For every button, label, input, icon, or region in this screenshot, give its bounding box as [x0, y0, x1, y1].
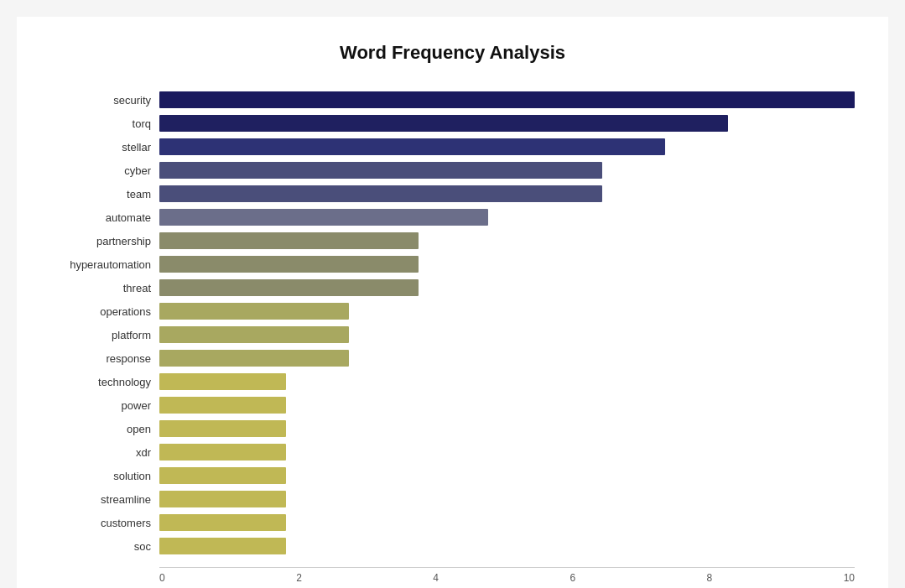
- bar-track: [159, 326, 855, 343]
- bar-label: solution: [50, 470, 159, 482]
- bar-track: [159, 491, 855, 507]
- bar-fill: [159, 256, 419, 273]
- bar-track: [159, 232, 855, 249]
- bar-row: solution: [50, 465, 855, 487]
- bar-row: automate: [50, 206, 855, 228]
- bar-row: stellar: [50, 136, 855, 158]
- bar-track: [159, 185, 855, 202]
- chart-title: Word Frequency Analysis: [50, 42, 855, 64]
- bar-fill: [159, 138, 665, 155]
- x-axis-ticks: 0246810: [159, 568, 855, 584]
- bar-fill: [159, 232, 419, 249]
- bar-label: stellar: [50, 141, 159, 154]
- x-tick: 8: [707, 572, 713, 584]
- bar-fill: [159, 467, 286, 484]
- bar-row: team: [50, 183, 855, 205]
- bar-label: threat: [50, 282, 159, 294]
- bar-fill: [159, 303, 349, 320]
- bar-row: power: [50, 394, 855, 416]
- bar-row: platform: [50, 324, 855, 346]
- x-tick: 6: [570, 572, 575, 584]
- bar-label: operations: [50, 305, 159, 318]
- bar-fill: [159, 538, 286, 554]
- bar-track: [159, 373, 855, 390]
- bar-label: xdr: [50, 446, 159, 459]
- bar-fill: [159, 279, 419, 296]
- bar-track: [159, 350, 855, 367]
- bar-track: [159, 444, 855, 461]
- bar-fill: [159, 420, 286, 437]
- bar-track: [159, 538, 855, 554]
- bar-row: customers: [50, 512, 855, 533]
- bar-fill: [159, 444, 286, 461]
- bar-track: [159, 303, 855, 320]
- x-tick: 2: [296, 572, 302, 584]
- bar-fill: [159, 115, 728, 132]
- x-axis-area: 0246810 Frequency: [159, 567, 855, 588]
- bar-row: response: [50, 347, 855, 369]
- bar-row: security: [50, 89, 855, 111]
- bar-fill: [159, 397, 286, 414]
- bar-row: technology: [50, 371, 855, 393]
- bar-fill: [159, 491, 286, 507]
- bar-track: [159, 162, 855, 179]
- bar-track: [159, 91, 855, 108]
- bar-track: [159, 115, 855, 132]
- bar-label: platform: [50, 329, 159, 341]
- bar-label: hyperautomation: [50, 258, 159, 271]
- bar-label: cyber: [50, 164, 159, 177]
- bar-row: torq: [50, 112, 855, 134]
- bar-row: xdr: [50, 441, 855, 463]
- bar-row: partnership: [50, 230, 855, 252]
- bar-fill: [159, 91, 855, 108]
- bar-label: technology: [50, 376, 159, 388]
- bar-track: [159, 279, 855, 296]
- bar-label: security: [50, 94, 159, 107]
- bar-track: [159, 256, 855, 273]
- x-tick: 10: [844, 572, 855, 584]
- bar-label: streamline: [50, 493, 159, 506]
- bar-fill: [159, 373, 286, 390]
- bar-row: operations: [50, 300, 855, 322]
- bar-row: soc: [50, 535, 855, 557]
- bar-row: cyber: [50, 159, 855, 181]
- bar-row: hyperautomation: [50, 253, 855, 275]
- bar-track: [159, 209, 855, 226]
- bar-label: partnership: [50, 235, 159, 247]
- bar-fill: [159, 209, 488, 226]
- bar-row: open: [50, 418, 855, 440]
- bar-label: soc: [50, 540, 159, 553]
- bar-fill: [159, 185, 602, 202]
- bar-label: customers: [50, 517, 159, 529]
- bar-label: open: [50, 423, 159, 435]
- bar-row: threat: [50, 277, 855, 299]
- bar-fill: [159, 350, 349, 367]
- bar-label: response: [50, 352, 159, 365]
- chart-container: Word Frequency Analysis securitytorqstel…: [17, 17, 888, 588]
- bar-label: automate: [50, 211, 159, 224]
- bar-fill: [159, 326, 349, 343]
- bar-track: [159, 420, 855, 437]
- bar-track: [159, 514, 855, 531]
- x-tick: 4: [433, 572, 439, 584]
- bar-fill: [159, 514, 286, 531]
- bar-track: [159, 138, 855, 155]
- bar-track: [159, 397, 855, 414]
- bar-track: [159, 467, 855, 484]
- bar-row: streamline: [50, 488, 855, 510]
- bar-label: power: [50, 399, 159, 412]
- x-tick: 0: [159, 572, 165, 584]
- bar-fill: [159, 162, 602, 179]
- bar-label: team: [50, 188, 159, 200]
- bar-label: torq: [50, 117, 159, 130]
- chart-area: securitytorqstellarcyberteamautomatepart…: [50, 89, 855, 559]
